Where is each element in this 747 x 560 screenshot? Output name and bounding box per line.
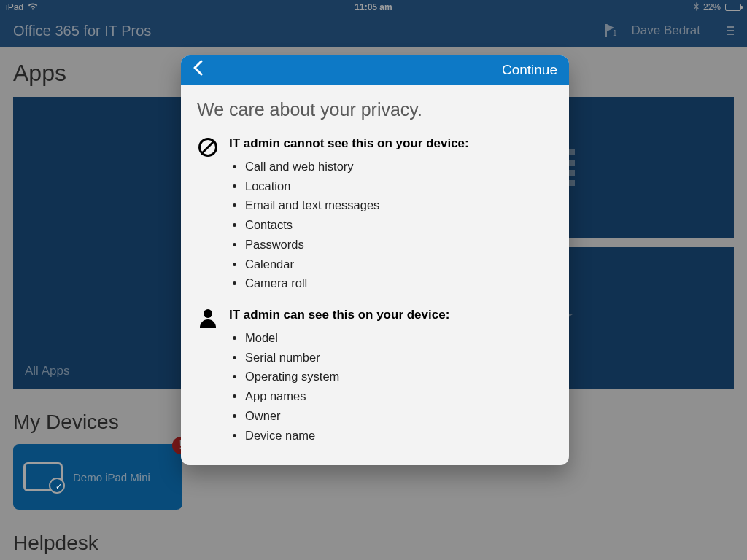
back-button[interactable] [193,60,203,80]
person-icon [200,309,216,445]
list-item: Location [245,176,469,196]
list-item: Device name [245,426,449,446]
can-see-list: ModelSerial numberOperating systemApp na… [245,328,449,445]
list-item: Passwords [245,235,469,254]
list-item: App names [245,386,449,406]
list-item: Calendar [245,254,469,274]
list-item: Operating system [245,367,449,386]
cannot-see-section: IT admin cannot see this on your device:… [197,136,553,293]
can-see-section: IT admin can see this on your device: Mo… [197,308,553,445]
privacy-modal: Continue We care about your privacy. IT … [181,55,569,465]
prohibit-icon [198,138,217,157]
continue-button[interactable]: Continue [502,62,557,78]
list-item: Email and text messages [245,195,469,215]
modal-titlebar: Continue [181,55,569,85]
list-item: Serial number [245,348,449,368]
cannot-see-list: Call and web historyLocationEmail and te… [245,157,469,293]
modal-title: We care about your privacy. [197,99,553,120]
list-item: Owner [245,406,449,426]
can-see-heading: IT admin can see this on your device: [229,308,449,322]
list-item: Call and web history [245,157,469,176]
list-item: Model [245,328,449,348]
cannot-see-heading: IT admin cannot see this on your device: [229,136,469,150]
list-item: Camera roll [245,273,469,293]
list-item: Contacts [245,215,469,235]
